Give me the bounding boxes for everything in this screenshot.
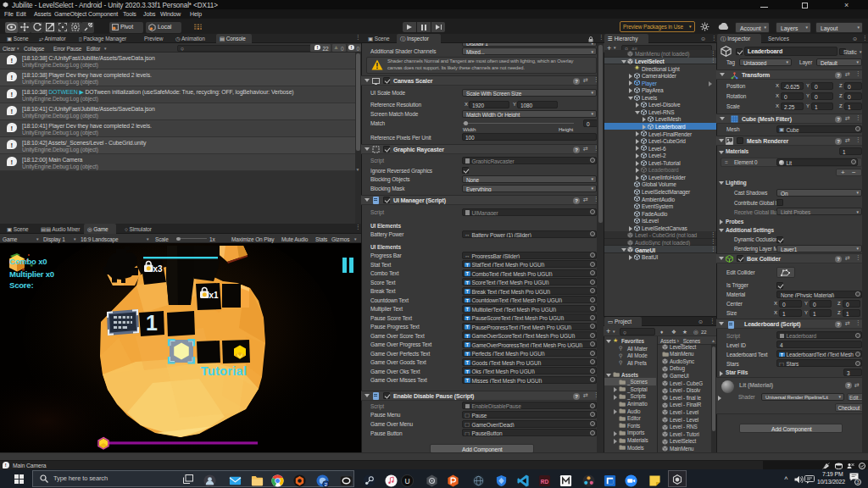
svg-text:Multiplier x0: Multiplier x0 [9, 269, 54, 279]
svg-text:x3: x3 [153, 264, 164, 274]
svg-text:Combo x0: Combo x0 [9, 257, 47, 266]
svg-text:2: 2 [324, 481, 326, 486]
svg-text:U: U [404, 476, 409, 485]
svg-text:Tutorial: Tutorial [201, 364, 248, 378]
svg-text:RD: RD [540, 478, 548, 484]
svg-text:Score:: Score: [9, 280, 33, 290]
svg-text:x1: x1 [209, 291, 220, 300]
svg-text:1: 1 [146, 311, 158, 335]
